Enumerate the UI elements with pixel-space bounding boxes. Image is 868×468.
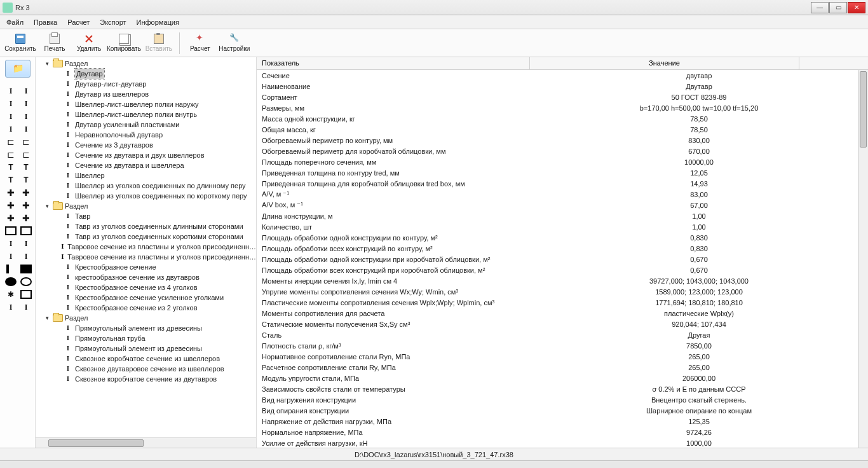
property-row[interactable]: Расчетное сопротивление стали Ry, МПа265… [257, 362, 868, 373]
palette-shape[interactable] [20, 265, 32, 273]
property-row[interactable]: Масса одной конструкции, кг78,50 [257, 113, 868, 124]
palette-shape[interactable] [20, 277, 32, 286]
property-row[interactable]: Общая масса, кг78,50 [257, 124, 868, 135]
property-row[interactable]: Пластические моменты сопротивления сечен… [257, 297, 868, 308]
palette-shape[interactable] [20, 137, 32, 146]
tree-item[interactable]: IКрестообразное сечение усиленное уголка… [37, 292, 256, 303]
toolbar-calc-button[interactable]: Расчет [184, 31, 217, 56]
tree-item[interactable]: IДвутавр-лист-двутавр [37, 79, 256, 89]
property-row[interactable]: НаименованиеДвутавр [257, 81, 868, 92]
palette-shape[interactable] [5, 277, 17, 286]
palette-shape[interactable] [5, 252, 17, 261]
toolbar-copy-button[interactable]: Копировать [107, 31, 141, 56]
palette-shape[interactable] [5, 86, 17, 95]
property-row[interactable]: Модуль упругости стали, МПа206000,00 [257, 373, 868, 383]
palette-shape[interactable] [20, 188, 32, 197]
tree-item[interactable]: IТавровое сечение из пластины и уголков … [37, 252, 256, 262]
property-row[interactable]: Нормальное напряжение, МПа9724,26 [257, 427, 868, 437]
property-row[interactable]: Моменты инерции сечения Ix,Iy, Imin см 4… [257, 275, 868, 286]
property-row[interactable]: Нормативное сопротивление стали Ryn, МПа… [257, 351, 868, 362]
tree-item[interactable]: IНеравнополочный двутавр [37, 130, 256, 140]
menu-правка[interactable]: Правка [29, 17, 62, 28]
property-row[interactable]: Приведенная толщина по контуру tred, мм1… [257, 167, 868, 178]
tree-item[interactable]: IСечение из 3 двутавров [37, 140, 256, 150]
tree-item[interactable]: Iкрестообразное сечение из двутавров [37, 272, 256, 282]
menu-экспорт[interactable]: Экспорт [95, 17, 131, 28]
property-row[interactable]: Моменты сопротивления для расчетапластич… [257, 308, 868, 319]
column-header-value[interactable]: Значение [530, 57, 799, 69]
palette-shape[interactable] [5, 239, 17, 248]
property-row[interactable]: СтальДругая [257, 329, 868, 340]
property-row[interactable]: Количество, шт1,00 [257, 221, 868, 232]
property-row[interactable]: Сечениедвутавр [257, 70, 868, 81]
property-row[interactable]: Обогреваемый периметр для коробчатой обл… [257, 146, 868, 156]
toolbar-delete-button[interactable]: Удалить [72, 31, 105, 56]
tree-item[interactable]: IСквозное коробчатое сечение из швеллеро… [37, 354, 256, 364]
tree-item[interactable]: IШвеллер-лист-швеллер полки наружу [37, 99, 256, 109]
property-row[interactable]: Площадь обработки одной конструкции по к… [257, 232, 868, 243]
palette-shape[interactable] [5, 125, 17, 134]
palette-shape[interactable] [5, 163, 17, 172]
property-row[interactable]: Приведенная толщина для коробчатой облиц… [257, 178, 868, 189]
property-row[interactable]: Напряжение от действия нагрузки, МПа125,… [257, 416, 868, 427]
maximize-button[interactable]: ▭ [829, 2, 847, 13]
palette-shape[interactable] [5, 214, 17, 223]
toolbar-settings-button[interactable]: Настройки [218, 31, 251, 56]
palette-shape[interactable] [20, 112, 32, 121]
tree-item[interactable]: IКрестообразное сечение из 4 уголков [37, 282, 256, 292]
tree-item[interactable]: IСечение из двутавра и швеллера [37, 160, 256, 170]
property-row[interactable]: Усилие от действия нагрузки, кН1000,00 [257, 437, 868, 448]
property-row[interactable]: Плотность стали ρ, кг/м³7850,00 [257, 340, 868, 351]
property-row[interactable]: Площадь обработки одной конструкции при … [257, 254, 868, 265]
property-row[interactable]: Длина конструкции, м1,00 [257, 210, 868, 221]
palette-shape[interactable] [20, 125, 32, 134]
palette-shape[interactable] [5, 150, 17, 159]
property-row[interactable]: Размеры, ммb=170,00 h=500,00 tw=10,00 tf… [257, 102, 868, 113]
property-row[interactable]: Вид опирания конструкцииШарнирное опиран… [257, 405, 868, 416]
section-node[interactable]: ▾Раздел [37, 59, 256, 69]
tree-item[interactable]: IПрямоугольный элемент из древесины [37, 323, 256, 333]
palette-shape[interactable] [20, 239, 32, 248]
palette-shape[interactable] [5, 303, 17, 312]
tree-item[interactable]: IШвеллер [37, 170, 256, 181]
palette-shape[interactable] [5, 137, 17, 146]
property-row[interactable]: Сортамент50 ГОСТ 8239-89 [257, 92, 868, 102]
tree-item[interactable]: IСквозное коробчатое сечение из двутавро… [37, 374, 256, 384]
palette-shape[interactable] [20, 163, 32, 172]
property-row[interactable]: Площадь обработки всех конструкций при к… [257, 265, 868, 275]
vertical-scrollbar[interactable] [858, 70, 868, 448]
tree-item[interactable]: IСквозное двутавровое сечение из швеллер… [37, 364, 256, 374]
property-row[interactable]: Вид нагружения конструкцииВнецентро сжат… [257, 394, 868, 405]
palette-shape[interactable] [5, 290, 17, 299]
palette-shape[interactable] [5, 226, 17, 235]
tree-item[interactable]: IШвеллер из уголков соединенных по корот… [37, 191, 256, 201]
property-row[interactable]: Упругие моменты сопротивления сечения Wx… [257, 286, 868, 297]
tree-item[interactable]: IШвеллер-лист-швеллер полки внутрь [37, 109, 256, 120]
toolbar-print-button[interactable]: Печать [38, 31, 71, 56]
minimize-button[interactable]: — [811, 2, 829, 13]
palette-shape[interactable] [5, 176, 17, 184]
column-header-name[interactable]: Показатель [257, 57, 530, 69]
section-node[interactable]: ▾Раздел [37, 201, 256, 211]
property-row[interactable]: A/V, м ⁻¹83,00 [257, 189, 868, 200]
tree-item[interactable]: IСечение из двутавра и двух швеллеров [37, 150, 256, 160]
palette-shape[interactable] [20, 86, 32, 95]
palette-shape[interactable] [20, 99, 32, 108]
palette-shape[interactable] [5, 188, 17, 197]
property-row[interactable]: Площадь поперечного сечения, мм10000,00 [257, 156, 868, 167]
horizontal-scrollbar[interactable] [36, 437, 256, 448]
palette-shape[interactable] [5, 99, 17, 108]
tree-item[interactable]: IДвутавр усиленный пластинами [37, 120, 256, 130]
tree-item[interactable]: IКрестообразное сечение [37, 262, 256, 272]
property-row[interactable]: Статические моменты полусечения Sx,Sy см… [257, 319, 868, 329]
palette-shape[interactable] [20, 290, 32, 299]
tree-item[interactable]: IПрямоугольный элемент из древесины [37, 343, 256, 354]
section-node[interactable]: ▾Раздел [37, 313, 256, 323]
property-row[interactable]: Зависимость свойств стали от температуры… [257, 383, 868, 394]
palette-shape[interactable] [20, 226, 32, 235]
tree-item[interactable]: IПрямоугольная труба [37, 333, 256, 343]
toolbar-save-button[interactable]: Сохранить [4, 31, 37, 56]
close-button[interactable]: ✕ [848, 2, 865, 13]
property-row[interactable]: A/V box, м ⁻¹67,00 [257, 200, 868, 210]
palette-shape[interactable] [20, 176, 32, 184]
